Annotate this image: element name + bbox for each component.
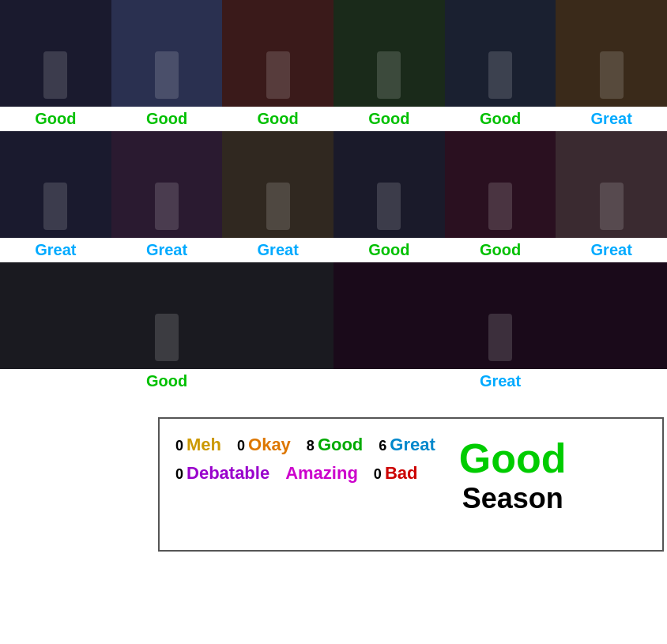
episode-thumb-4 xyxy=(334,0,445,107)
episode-thumb-7 xyxy=(0,131,111,238)
stats-container: 0Meh0Okay8Good6Great 0DebatableAmazing0B… xyxy=(175,435,435,484)
episode-item-6: Great xyxy=(556,0,667,131)
stat-pair-great: 6Great xyxy=(379,435,435,455)
stat-label-good: Good xyxy=(318,435,363,455)
overall-block: Good Season xyxy=(459,435,567,515)
episode-thumb-13 xyxy=(0,262,334,369)
episode-thumb-1 xyxy=(0,0,111,107)
episode-row-3: GoodGreat xyxy=(0,262,667,394)
episode-rating-9: Great xyxy=(258,238,299,262)
stat-pair-okay: 0Okay xyxy=(237,435,291,455)
episode-rating-2: Good xyxy=(146,107,187,131)
stat-label-okay: Okay xyxy=(248,435,291,455)
episode-thumb-10 xyxy=(334,131,445,238)
episode-thumb-14 xyxy=(334,262,667,369)
episode-item-2: Good xyxy=(111,0,223,131)
episode-item-7: Great xyxy=(0,131,111,262)
stat-label-great: Great xyxy=(390,435,435,455)
episode-item-8: Great xyxy=(111,131,223,262)
stat-pair-bad: 0Bad xyxy=(374,463,418,484)
episode-item-14: Great xyxy=(334,262,667,394)
stat-label-debatable: Debatable xyxy=(187,463,269,484)
episode-rating-14: Great xyxy=(480,369,521,394)
episode-rating-5: Good xyxy=(480,107,521,131)
stat-pair-meh: 0Meh xyxy=(175,435,221,455)
episode-rating-4: Good xyxy=(368,107,409,131)
episode-thumb-3 xyxy=(222,0,334,107)
episode-item-11: Good xyxy=(445,131,556,262)
episode-item-12: Great xyxy=(556,131,667,262)
episode-item-13: Good xyxy=(0,262,334,394)
episode-thumb-5 xyxy=(445,0,556,107)
stat-label-meh: Meh xyxy=(187,435,221,455)
episode-rating-1: Good xyxy=(35,107,76,131)
episode-item-1: Good xyxy=(0,0,111,131)
episode-item-4: Good xyxy=(334,0,445,131)
stat-count-debatable: 0 xyxy=(175,466,183,483)
stat-count-good: 8 xyxy=(307,438,315,454)
episode-rating-10: Good xyxy=(368,238,409,262)
episode-rating-6: Great xyxy=(591,107,632,131)
episode-item-5: Good xyxy=(445,0,556,131)
summary-section: 0Meh0Okay8Good6Great 0DebatableAmazing0B… xyxy=(158,417,664,552)
episode-thumb-8 xyxy=(111,131,223,238)
episode-thumb-11 xyxy=(445,131,556,238)
episode-item-3: Good xyxy=(222,0,334,131)
episode-thumb-9 xyxy=(222,131,334,238)
stat-pair-good: 8Good xyxy=(307,435,363,455)
episode-rating-7: Great xyxy=(35,238,76,262)
episode-row-1: GoodGoodGoodGoodGoodGreat xyxy=(0,0,667,131)
episode-rating-3: Good xyxy=(258,107,299,131)
episode-rating-12: Great xyxy=(591,238,632,262)
stat-label-amazing: Amazing xyxy=(285,463,358,484)
episode-rating-11: Good xyxy=(480,238,521,262)
episode-thumb-12 xyxy=(556,131,667,238)
episode-thumb-6 xyxy=(556,0,667,107)
episode-grid: GoodGoodGoodGoodGoodGreat GreatGreatGrea… xyxy=(0,0,667,394)
stat-count-meh: 0 xyxy=(175,438,183,454)
stat-label-bad: Bad xyxy=(385,463,418,484)
stat-count-great: 6 xyxy=(379,438,386,454)
season-label: Season xyxy=(462,482,563,515)
stat-pair-amazing: Amazing xyxy=(285,463,358,484)
episode-item-10: Good xyxy=(334,131,445,262)
episode-row-2: GreatGreatGreatGoodGoodGreat xyxy=(0,131,667,262)
episode-thumb-2 xyxy=(111,0,223,107)
episode-rating-8: Great xyxy=(146,238,187,262)
stat-count-okay: 0 xyxy=(237,438,245,454)
stat-count-bad: 0 xyxy=(374,466,382,483)
episode-item-9: Great xyxy=(222,131,334,262)
stat-pair-debatable: 0Debatable xyxy=(175,463,269,484)
overall-rating: Good xyxy=(459,435,567,482)
episode-rating-13: Good xyxy=(146,369,187,394)
